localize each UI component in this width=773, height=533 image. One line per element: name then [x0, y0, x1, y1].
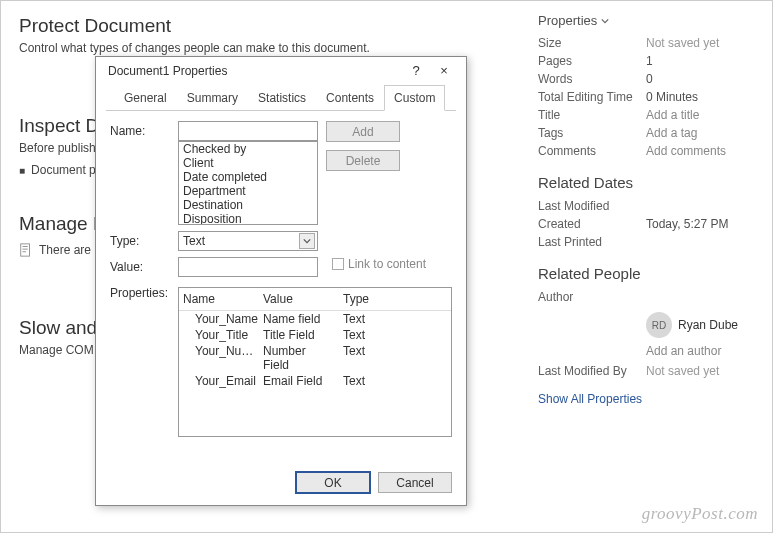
type-select[interactable]: Text [178, 231, 318, 251]
tab-statistics[interactable]: Statistics [248, 85, 316, 111]
properties-table[interactable]: Name Value Type Your_NameName fieldTextY… [178, 287, 452, 437]
col-value[interactable]: Value [259, 291, 339, 307]
list-item[interactable]: Destination [179, 198, 317, 212]
type-label: Type: [110, 231, 170, 248]
pages-label: Pages [538, 54, 646, 68]
size-label: Size [538, 36, 646, 50]
list-item[interactable]: Client [179, 156, 317, 170]
title-value[interactable]: Add a title [646, 108, 699, 122]
author-name: Ryan Dube [678, 318, 738, 332]
avatar: RD [646, 312, 672, 338]
tags-value[interactable]: Add a tag [646, 126, 697, 140]
ok-button[interactable]: OK [296, 472, 370, 493]
related-dates-heading: Related Dates [538, 174, 758, 191]
comments-value[interactable]: Add comments [646, 144, 726, 158]
editing-time-label: Total Editing Time [538, 90, 646, 104]
checkbox-icon [332, 258, 344, 270]
author-row[interactable]: RD Ryan Dube [646, 312, 758, 338]
pages-value: 1 [646, 54, 653, 68]
tab-contents[interactable]: Contents [316, 85, 384, 111]
tab-summary[interactable]: Summary [177, 85, 248, 111]
watermark: groovyPost.com [642, 504, 758, 524]
name-label: Name: [110, 121, 170, 138]
add-button[interactable]: Add [326, 121, 400, 142]
created-label: Created [538, 217, 646, 231]
tags-label: Tags [538, 126, 646, 140]
delete-button[interactable]: Delete [326, 150, 400, 171]
svg-rect-0 [21, 244, 30, 256]
value-label: Value: [110, 257, 170, 274]
list-item[interactable]: Date completed [179, 170, 317, 184]
last-modified-by-value: Not saved yet [646, 364, 719, 378]
dialog-body: Name: Checked by Client Date completed D… [96, 111, 466, 464]
table-row[interactable]: Your_TitleTitle FieldText [179, 327, 451, 343]
dialog-tabs: General Summary Statistics Contents Cust… [106, 84, 456, 111]
tab-general[interactable]: General [114, 85, 177, 111]
properties-panel: Properties SizeNot saved yet Pages1 Word… [538, 13, 758, 406]
table-row[interactable]: Your_NameName fieldText [179, 311, 451, 327]
document-properties-dialog: Document1 Properties ? × General Summary… [95, 56, 467, 506]
size-value: Not saved yet [646, 36, 719, 50]
table-row[interactable]: Your_EmailEmail FieldText [179, 373, 451, 389]
help-button[interactable]: ? [402, 63, 430, 78]
editing-time-value: 0 Minutes [646, 90, 698, 104]
properties-label: Properties: [110, 283, 170, 300]
properties-dropdown[interactable]: Properties [538, 13, 758, 28]
list-item[interactable]: Checked by [179, 142, 317, 156]
title-label: Title [538, 108, 646, 122]
dialog-title: Document1 Properties [108, 64, 402, 78]
name-suggestion-list[interactable]: Checked by Client Date completed Departm… [178, 141, 318, 225]
value-input[interactable] [178, 257, 318, 277]
dialog-footer: OK Cancel [96, 464, 466, 505]
list-item[interactable]: Department [179, 184, 317, 198]
last-modified-label: Last Modified [538, 199, 646, 213]
words-value: 0 [646, 72, 653, 86]
add-author-link[interactable]: Add an author [646, 340, 758, 362]
last-printed-label: Last Printed [538, 235, 646, 249]
document-icon [19, 243, 33, 257]
close-button[interactable]: × [430, 63, 458, 78]
cancel-button[interactable]: Cancel [378, 472, 452, 493]
link-to-content-checkbox: Link to content [332, 257, 426, 271]
words-label: Words [538, 72, 646, 86]
author-label: Author [538, 290, 646, 304]
col-name[interactable]: Name [179, 291, 259, 307]
col-type[interactable]: Type [339, 291, 409, 307]
tab-custom[interactable]: Custom [384, 85, 445, 111]
comments-label: Comments [538, 144, 646, 158]
related-people-heading: Related People [538, 265, 758, 282]
chevron-down-icon [299, 233, 315, 249]
dialog-titlebar[interactable]: Document1 Properties ? × [96, 57, 466, 84]
chevron-down-icon [601, 17, 609, 25]
list-item[interactable]: Disposition [179, 212, 317, 225]
table-row[interactable]: Your_Nu…Number FieldText [179, 343, 451, 373]
name-input[interactable] [178, 121, 318, 141]
last-modified-by-label: Last Modified By [538, 364, 646, 378]
show-all-properties-link[interactable]: Show All Properties [538, 392, 758, 406]
created-value: Today, 5:27 PM [646, 217, 729, 231]
